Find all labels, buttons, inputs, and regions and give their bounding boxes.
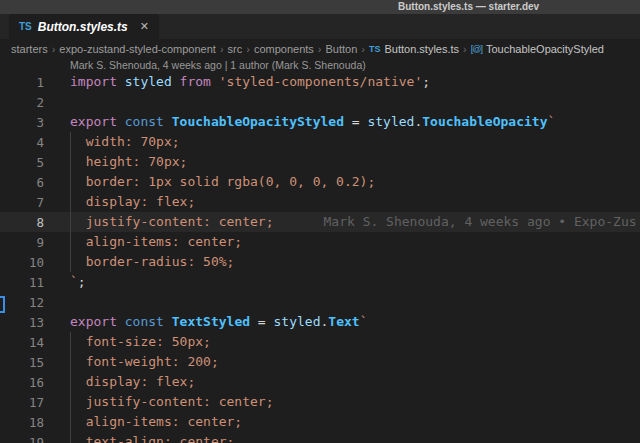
symbol-variable-icon: [@] — [471, 44, 482, 54]
breadcrumb-label: Button — [326, 43, 358, 55]
code-line[interactable]: 17 justify-content: center; — [0, 392, 640, 412]
code-line[interactable]: 7 display: flex; — [0, 192, 640, 212]
code-line-content[interactable]: export const TouchableOpacityStyled = st… — [70, 112, 640, 132]
tab-button-styles-ts[interactable]: TS Button.styles.ts ✕ — [9, 14, 159, 39]
code-token: from — [180, 74, 211, 89]
code-token: text-align: center; — [70, 434, 234, 443]
breadcrumb-label: TouchableOpacityStyled — [486, 43, 604, 55]
code-token: styled — [274, 314, 321, 329]
left-edge-marker — [0, 296, 5, 313]
code-line-content[interactable]: text-align: center; — [70, 432, 640, 443]
line-number[interactable]: 2 — [0, 95, 70, 110]
code-line[interactable]: 14 font-size: 50px; — [0, 332, 640, 352]
code-line[interactable]: 19 text-align: center; — [0, 432, 640, 443]
code-token — [211, 74, 219, 89]
code-line[interactable]: 1import styled from 'styled-components/n… — [0, 72, 640, 92]
code-token: border-radius: 50%; — [70, 254, 234, 269]
breadcrumb-item-starters[interactable]: starters — [11, 43, 48, 55]
code-line-content[interactable]: width: 70px; — [70, 132, 640, 152]
line-number[interactable]: 4 — [0, 135, 70, 150]
code-token: align-items: center; — [70, 234, 242, 249]
line-number[interactable]: 17 — [0, 395, 70, 410]
code-line-content[interactable] — [70, 292, 640, 312]
code-line[interactable]: 5 height: 70px; — [0, 152, 640, 172]
line-number[interactable]: 12 — [0, 295, 70, 310]
breadcrumb-separator: › — [463, 43, 467, 55]
breadcrumb-item-expo-zustand-styled-component[interactable]: expo-zustand-styled-component — [59, 43, 216, 55]
typescript-icon: TS — [19, 21, 32, 32]
line-number[interactable]: 19 — [0, 435, 70, 443]
code-line[interactable]: 2 — [0, 92, 640, 112]
code-token: justify-content: center; — [70, 214, 274, 229]
code-line-content[interactable]: justify-content: center; — [70, 392, 640, 412]
code-line[interactable]: 9 align-items: center; — [0, 232, 640, 252]
gitlens-authors-lens[interactable]: Mark S. Shenouda, 4 weeks ago | 1 author… — [0, 58, 640, 72]
code-line-content[interactable]: `; — [70, 272, 640, 292]
breadcrumb-item-touchableopacitystyled[interactable]: [@]TouchableOpacityStyled — [471, 43, 604, 55]
line-number[interactable]: 6 — [0, 175, 70, 190]
line-number[interactable]: 7 — [0, 195, 70, 210]
code-editor[interactable]: Mark S. Shenouda, 4 weeks ago | 1 author… — [0, 58, 640, 443]
line-number[interactable]: 18 — [0, 415, 70, 430]
breadcrumb-label: src — [228, 43, 243, 55]
code-line-content[interactable] — [70, 92, 640, 112]
inline-blame: Mark S. Shenouda, 4 weeks ago • Expo-Zus — [324, 214, 637, 229]
breadcrumb-item-components[interactable]: components — [254, 43, 314, 55]
code-token: ; — [422, 74, 430, 89]
code-line[interactable]: 11`; — [0, 272, 640, 292]
line-number[interactable]: 9 — [0, 235, 70, 250]
code-lines: 1import styled from 'styled-components/n… — [0, 72, 640, 443]
line-number[interactable]: 15 — [0, 355, 70, 370]
code-token: align-items: center; — [70, 414, 242, 429]
code-line[interactable]: 18 align-items: center; — [0, 412, 640, 432]
code-line[interactable]: 8 justify-content: center;Mark S. Shenou… — [0, 212, 640, 232]
indent-guide — [70, 352, 71, 372]
code-token: display: flex; — [70, 194, 195, 209]
breadcrumb-item-button[interactable]: Button — [326, 43, 358, 55]
code-line[interactable]: 6 border: 1px solid rgba(0, 0, 0, 0.2); — [0, 172, 640, 192]
code-line[interactable]: 10 border-radius: 50%; — [0, 252, 640, 272]
code-line-content[interactable]: justify-content: center;Mark S. Shenouda… — [70, 212, 640, 232]
code-token — [172, 74, 180, 89]
code-line-content[interactable]: export const TextStyled = styled.Text` — [70, 312, 640, 332]
tab-bar: TS Button.styles.ts ✕ — [0, 14, 640, 39]
line-number[interactable]: 11 — [0, 275, 70, 290]
code-line-content[interactable]: align-items: center; — [70, 232, 640, 252]
code-line-content[interactable]: display: flex; — [70, 192, 640, 212]
code-line[interactable]: 4 width: 70px; — [0, 132, 640, 152]
codelens-text: Mark S. Shenouda, 4 weeks ago | 1 author… — [70, 59, 366, 71]
code-line[interactable]: 15 font-weight: 200; — [0, 352, 640, 372]
code-line-content[interactable]: border: 1px solid rgba(0, 0, 0, 0.2); — [70, 172, 640, 192]
breadcrumb-label: Button.styles.ts — [385, 43, 460, 55]
code-line[interactable]: 12 — [0, 292, 640, 312]
indent-guide — [70, 412, 71, 432]
code-line-content[interactable]: font-weight: 200; — [70, 352, 640, 372]
line-number[interactable]: 5 — [0, 155, 70, 170]
line-number[interactable]: 1 — [0, 75, 70, 90]
code-line[interactable]: 16 display: flex; — [0, 372, 640, 392]
breadcrumb-label: components — [254, 43, 314, 55]
code-token: ` — [547, 114, 555, 129]
code-line[interactable]: 13export const TextStyled = styled.Text` — [0, 312, 640, 332]
code-line-content[interactable]: display: flex; — [70, 372, 640, 392]
code-line-content[interactable]: align-items: center; — [70, 412, 640, 432]
line-number[interactable]: 14 — [0, 335, 70, 350]
code-line-content[interactable]: font-size: 50px; — [70, 332, 640, 352]
breadcrumb-item-src[interactable]: src — [228, 43, 243, 55]
window-title: Button.styles.ts — starter.dev — [398, 1, 539, 12]
close-icon[interactable]: ✕ — [140, 20, 149, 33]
code-token: styled — [125, 74, 172, 89]
breadcrumb-item-button-styles-ts[interactable]: TSButton.styles.ts — [369, 43, 459, 55]
code-line[interactable]: 3export const TouchableOpacityStyled = s… — [0, 112, 640, 132]
code-line-content[interactable]: height: 70px; — [70, 152, 640, 172]
line-number[interactable]: 13 — [0, 315, 70, 330]
code-token: Text — [328, 314, 359, 329]
indent-guide — [70, 132, 71, 152]
breadcrumb-label: expo-zustand-styled-component — [59, 43, 216, 55]
line-number[interactable]: 16 — [0, 375, 70, 390]
line-number[interactable]: 3 — [0, 115, 70, 130]
line-number[interactable]: 8 — [0, 215, 70, 230]
code-line-content[interactable]: border-radius: 50%; — [70, 252, 640, 272]
line-number[interactable]: 10 — [0, 255, 70, 270]
code-line-content[interactable]: import styled from 'styled-components/na… — [70, 72, 640, 92]
